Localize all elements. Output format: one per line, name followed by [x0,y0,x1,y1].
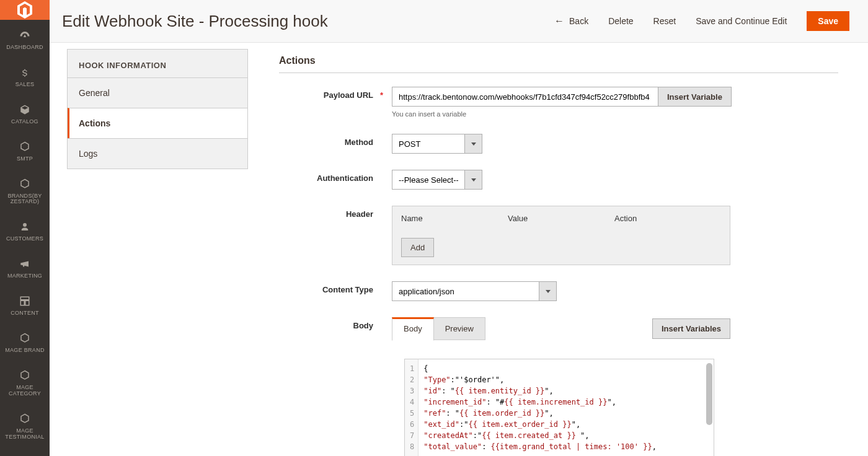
nav-customers[interactable]: CUSTOMERS [0,211,50,248]
method-label: Method [279,134,392,147]
dollar-icon [19,66,30,79]
hex-icon [19,140,30,154]
nav-label: CONTENT [11,310,39,317]
authentication-select[interactable]: --Please Select-- [392,170,482,190]
nav-label: SMTP [17,156,33,162]
nav-mage-brand[interactable]: MAGE BRAND [0,323,50,360]
body-tab-body[interactable]: Body [392,317,434,341]
nav-mega-menu[interactable]: MEGA MENU [0,446,50,456]
payload-url-label: Payload URL* [279,87,392,100]
nav-mage-testimonial[interactable]: MAGE TESTIMONIAL [0,403,50,447]
nav-label: CATALOG [11,119,38,125]
layout-icon [19,294,30,308]
nav-sales[interactable]: SALES [0,57,50,94]
section-title: Actions [279,55,838,73]
hex-icon [19,369,30,382]
content-type-label: Content Type [279,281,392,294]
authentication-label: Authentication [279,170,392,183]
header-col-name: Name [401,214,508,223]
body-code-editor[interactable]: 12345678 { "Type":"'$order'", "id": "{{ … [404,359,714,456]
nav-label: SALES [16,82,35,88]
magento-logo[interactable] [0,0,50,20]
save-continue-button[interactable]: Save and Continue Edit [696,16,787,26]
code-gutter: 12345678 [405,359,418,456]
gauge-icon [19,28,30,42]
page-header: Edit Webhook Site - Processing hook ← Ba… [50,0,868,43]
nav-catalog[interactable]: CATALOG [0,94,50,131]
box-icon [19,103,30,116]
tabs-panel-title: HOOK INFORMATION [68,50,247,77]
admin-sidebar: DASHBOARD SALES CATALOG SMTP BRANDS(BY Z… [0,0,50,456]
delete-button[interactable]: Delete [608,16,633,26]
actions-form: Actions Payload URL* Insert Variable You… [267,49,851,456]
nav-label: DASHBOARD [6,45,43,51]
body-label: Body [279,317,392,330]
nav-marketing[interactable]: MARKETING [0,248,50,286]
payload-url-note: You can insert a variable [392,110,838,118]
header-label: Header [279,206,392,219]
back-button[interactable]: ← Back [554,15,588,27]
nav-dashboard[interactable]: DASHBOARD [0,20,50,57]
nav-content[interactable]: CONTENT [0,286,50,323]
code-content[interactable]: { "Type":"'$order'", "id": "{{ item.enti… [418,359,714,456]
insert-variables-button[interactable]: Insert Variables [652,318,730,339]
insert-variable-button[interactable]: Insert Variable [658,87,732,107]
method-select[interactable]: POST [392,134,482,154]
header-col-action: Action [614,214,721,223]
nav-label: BRANDS(BY ZESTARD) [2,193,47,206]
nav-mage-category[interactable]: MAGE CATEGORY [0,360,50,403]
hex-icon [19,331,30,345]
reset-button[interactable]: Reset [653,16,676,26]
tab-general[interactable]: General [68,77,247,108]
nav-smtp[interactable]: SMTP [0,131,50,169]
chevron-down-icon [464,134,482,153]
person-icon [19,220,30,234]
chevron-down-icon [539,282,556,300]
nav-label: MARKETING [7,273,42,279]
payload-url-input[interactable] [392,87,658,107]
body-tab-preview[interactable]: Preview [434,317,485,340]
header-col-value: Value [508,214,614,223]
nav-brands[interactable]: BRANDS(BY ZESTARD) [0,169,50,212]
tab-logs[interactable]: Logs [68,138,247,169]
header-table: Name Value Action Add [392,206,730,265]
nav-label: MAGE CATEGORY [2,385,47,397]
back-label: Back [569,16,588,26]
chevron-down-icon [464,170,482,189]
code-scrollbar[interactable] [706,363,712,425]
nav-label: MAGE BRAND [5,348,45,354]
arrow-left-icon: ← [554,15,564,27]
nav-label: CUSTOMERS [6,236,43,242]
nav-label: MAGE TESTIMONIAL [2,428,47,441]
hex-icon [19,177,30,191]
tab-actions[interactable]: Actions [68,108,247,138]
content-type-select[interactable]: application/json [392,281,557,301]
add-header-button[interactable]: Add [401,238,434,257]
hook-info-tabs: HOOK INFORMATION General Actions Logs [67,49,248,169]
megaphone-icon [19,257,30,271]
page-title: Edit Webhook Site - Processing hook [62,12,554,31]
save-button[interactable]: Save [807,11,849,31]
hex-icon [19,412,30,426]
